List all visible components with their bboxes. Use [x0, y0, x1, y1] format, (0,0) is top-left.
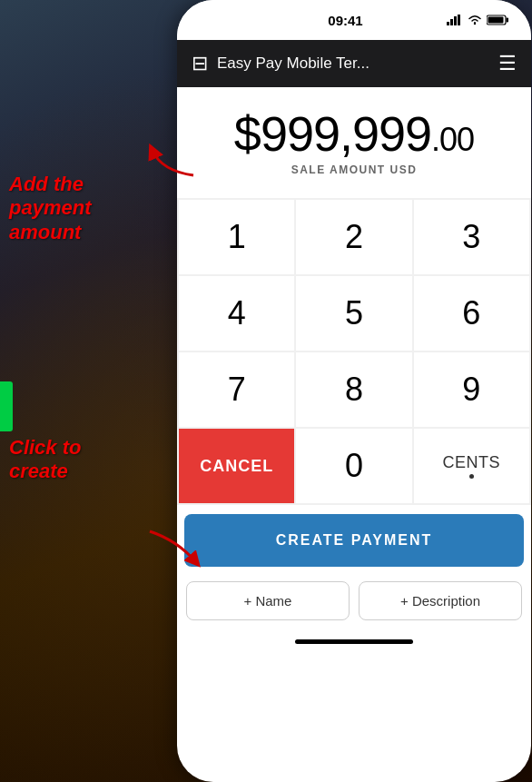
- key-2[interactable]: 2: [296, 200, 411, 274]
- cents-label: CENTS: [443, 453, 501, 472]
- create-payment-button[interactable]: CREATE PAYMENT: [184, 514, 524, 567]
- status-bar: 09:41: [177, 0, 531, 40]
- keypad: 1 2 3 4 5 6 7 8 9 CANCEL 0 CENTS: [177, 198, 531, 505]
- svg-rect-9: [488, 17, 504, 24]
- add-name-button[interactable]: + Name: [186, 581, 350, 620]
- cancel-button[interactable]: CANCEL: [179, 429, 294, 503]
- arrow-1-icon: [143, 144, 198, 180]
- svg-point-6: [474, 23, 476, 25]
- amount-display: $999,999.00: [192, 109, 517, 158]
- menu-icon[interactable]: ☰: [498, 52, 517, 75]
- svg-rect-8: [507, 18, 509, 23]
- key-3[interactable]: 3: [414, 200, 529, 274]
- svg-rect-3: [450, 19, 453, 25]
- home-indicator-area: [177, 626, 531, 657]
- status-icons: [447, 15, 509, 25]
- status-time: 09:41: [244, 13, 447, 28]
- key-6[interactable]: 6: [414, 276, 529, 351]
- battery-icon: [487, 15, 509, 25]
- home-bar: [295, 639, 413, 644]
- add-description-button[interactable]: + Description: [359, 581, 522, 620]
- cents-button[interactable]: CENTS: [414, 429, 529, 503]
- currency-symbol: $: [234, 106, 261, 161]
- header-title: Easy Pay Mobile Ter...: [217, 54, 489, 73]
- amount-cents: .00: [431, 121, 474, 158]
- extras-section: + Name + Description: [177, 576, 531, 626]
- arrow-2-icon: [141, 527, 204, 568]
- green-indicator: [0, 381, 13, 431]
- amount-section: $999,999.00 SALE AMOUNT USD: [177, 87, 531, 198]
- key-4[interactable]: 4: [179, 276, 294, 351]
- key-9[interactable]: 9: [414, 352, 529, 427]
- amount-label: SALE AMOUNT USD: [192, 163, 517, 176]
- svg-rect-2: [447, 22, 449, 25]
- terminal-icon: ⊟: [192, 52, 208, 75]
- cents-dot: [469, 474, 474, 479]
- key-0[interactable]: 0: [296, 429, 411, 503]
- svg-rect-4: [454, 16, 457, 25]
- key-7[interactable]: 7: [179, 352, 294, 427]
- key-5[interactable]: 5: [296, 276, 411, 351]
- key-8[interactable]: 8: [296, 352, 411, 427]
- key-1[interactable]: 1: [179, 200, 294, 274]
- amount-whole: 999,999: [261, 106, 431, 161]
- signal-icon: [447, 15, 463, 25]
- annotation-add-payment: Add thepaymentamount: [9, 173, 91, 244]
- wifi-icon: [468, 15, 482, 25]
- phone-frame: 09:41 ⊟ Ea: [177, 0, 531, 782]
- app-header: ⊟ Easy Pay Mobile Ter... ☰: [177, 40, 531, 87]
- svg-rect-5: [458, 15, 460, 25]
- annotation-click-create: Click tocreate: [9, 436, 81, 484]
